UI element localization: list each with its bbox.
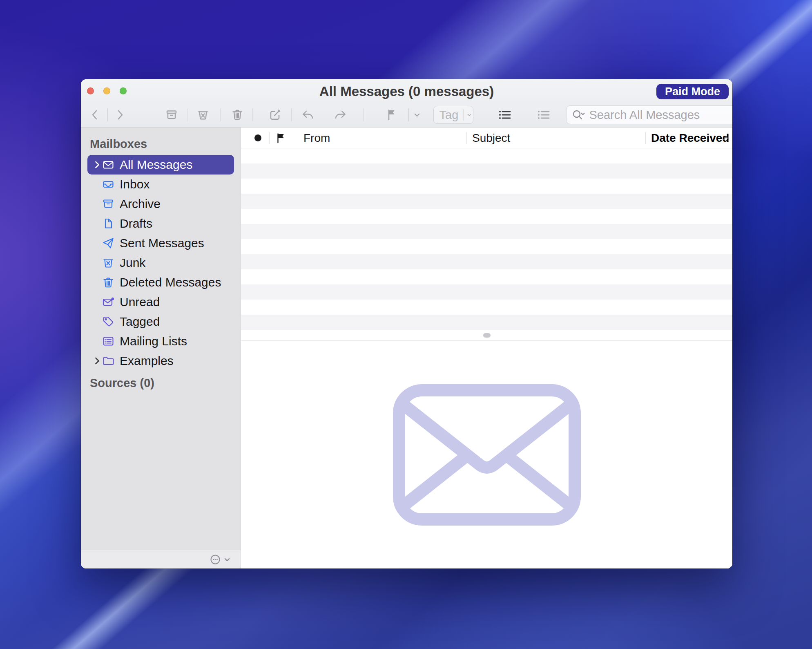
mailing-list-icon <box>102 335 114 347</box>
reply-icon <box>301 108 315 122</box>
disclosure-spacer <box>92 317 102 327</box>
list-row <box>241 163 732 179</box>
search-icon <box>571 109 586 121</box>
folder-icon <box>102 355 114 367</box>
sidebar-item-label: Examples <box>120 354 174 368</box>
sidebar-item-label: Mailing Lists <box>120 334 187 348</box>
sidebar-item-archive[interactable]: Archive <box>87 194 234 214</box>
trash-button[interactable] <box>228 106 246 124</box>
chevron-right-icon <box>113 108 127 122</box>
titlebar[interactable]: All Messages (0 messages) Paid Mode <box>81 79 732 102</box>
mailbox-list: All Messages Inbox Archive <box>81 155 241 371</box>
sort-ascending-icon[interactable] <box>722 135 730 143</box>
sidebar-item-examples[interactable]: Examples <box>87 351 234 371</box>
forward-message-button[interactable] <box>332 106 350 124</box>
sidebar-item-junk[interactable]: Junk <box>87 253 234 273</box>
sidebar-footer <box>81 550 241 568</box>
sidebar-actions-button[interactable] <box>210 554 231 565</box>
sidebar-item-mailing-lists[interactable]: Mailing Lists <box>87 331 234 351</box>
sidebar-item-tagged[interactable]: Tagged <box>87 312 234 331</box>
chevron-down-icon <box>413 111 421 119</box>
disclosure-spacer <box>92 297 102 307</box>
list-row <box>241 239 732 254</box>
zoom-button[interactable] <box>120 87 127 94</box>
sidebar-item-deleted-messages[interactable]: Deleted Messages <box>87 273 234 292</box>
trash-icon <box>102 276 114 289</box>
chevron-right-icon[interactable] <box>92 160 102 170</box>
list-row <box>241 254 732 269</box>
sidebar-item-sent-messages[interactable]: Sent Messages <box>87 233 234 253</box>
junk-icon <box>196 108 210 122</box>
sources-section-title: Sources (0) <box>90 376 241 390</box>
toolbar-separator <box>187 108 188 121</box>
column-separator[interactable] <box>466 132 467 144</box>
compose-button[interactable] <box>266 106 284 124</box>
toolbar-separator <box>408 108 409 121</box>
window-chrome: All Messages (0 messages) Paid Mode <box>81 79 732 128</box>
paper-plane-icon <box>102 237 114 249</box>
sidebar-item-inbox[interactable]: Inbox <box>87 175 234 194</box>
toolbar-separator <box>252 108 253 121</box>
sidebar-item-label: Junk <box>120 256 145 270</box>
compose-icon <box>268 108 282 122</box>
sidebar-item-label: Deleted Messages <box>120 275 221 289</box>
close-button[interactable] <box>87 87 94 94</box>
minimize-button[interactable] <box>103 87 110 94</box>
junk-button[interactable] <box>194 106 212 124</box>
message-list-pane: From Subject Date Received <box>241 128 732 568</box>
toolbar-separator <box>363 108 364 121</box>
splitter-handle[interactable] <box>483 333 491 338</box>
flag-menu-button[interactable] <box>412 106 422 124</box>
forward-button[interactable] <box>111 106 129 124</box>
chevron-right-icon[interactable] <box>92 356 102 366</box>
paid-mode-badge[interactable]: Paid Mode <box>656 84 729 99</box>
sidebar-item-label: Archive <box>120 197 161 211</box>
sidebar-item-all-messages[interactable]: All Messages <box>87 155 234 175</box>
list-row <box>241 194 732 209</box>
list-row <box>241 179 732 194</box>
search-field[interactable] <box>566 105 733 124</box>
flag-icon <box>276 133 286 145</box>
chevron-down-icon <box>466 110 473 119</box>
view-list-button[interactable] <box>496 106 514 124</box>
view-compact-button[interactable] <box>535 106 553 124</box>
tag-button[interactable]: Tag <box>433 106 473 124</box>
list-preview-splitter[interactable] <box>241 330 732 341</box>
flag-button[interactable] <box>383 106 401 124</box>
reply-button[interactable] <box>299 106 317 124</box>
column-from[interactable]: From <box>303 132 330 145</box>
archive-button[interactable] <box>163 106 181 124</box>
disclosure-spacer <box>92 179 102 189</box>
sidebar-item-label: Sent Messages <box>120 236 204 250</box>
flag-icon <box>385 108 399 122</box>
unread-dot-icon <box>254 134 261 141</box>
empty-message-rows <box>241 148 732 330</box>
unread-envelope-icon <box>102 296 114 308</box>
list-row <box>241 148 732 163</box>
column-separator[interactable] <box>645 132 646 144</box>
search-input[interactable] <box>589 108 733 122</box>
compact-list-view-icon <box>536 108 551 122</box>
sidebar-item-label: Tagged <box>120 315 160 329</box>
mail-window: All Messages (0 messages) Paid Mode <box>81 79 732 568</box>
archive-icon <box>165 108 178 122</box>
list-row <box>241 315 732 330</box>
chevron-left-icon <box>88 108 102 122</box>
sidebar-item-label: Unread <box>120 295 160 309</box>
sidebar-item-label: Drafts <box>120 217 152 231</box>
envelope-watermark-icon <box>393 384 581 526</box>
list-row <box>241 209 732 224</box>
back-button[interactable] <box>86 106 104 124</box>
tag-icon <box>102 316 114 328</box>
sidebar-item-unread[interactable]: Unread <box>87 292 234 312</box>
column-subject[interactable]: Subject <box>472 132 510 145</box>
trash-icon <box>230 108 244 122</box>
list-row <box>241 284 732 300</box>
archive-icon <box>102 198 114 210</box>
traffic-lights <box>87 87 127 94</box>
window-title: All Messages (0 messages) <box>319 84 494 99</box>
disclosure-spacer <box>92 336 102 346</box>
column-date-received[interactable]: Date Received <box>651 132 729 145</box>
sidebar-item-drafts[interactable]: Drafts <box>87 214 234 233</box>
sidebar-item-label: Inbox <box>120 177 149 191</box>
